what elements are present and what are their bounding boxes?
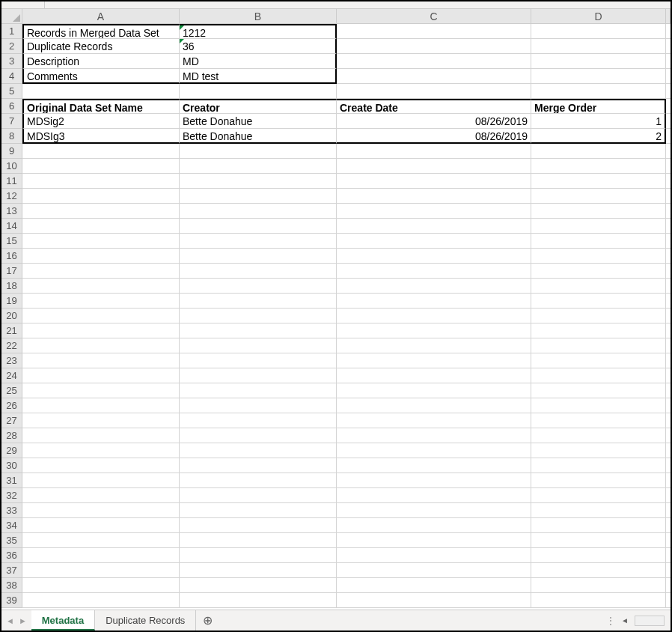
cell[interactable] <box>180 413 337 428</box>
row-header[interactable]: 16 <box>1 249 22 264</box>
cell[interactable]: 1212 <box>180 24 337 39</box>
cell[interactable] <box>337 219 531 234</box>
cell[interactable] <box>337 174 531 189</box>
row-header[interactable]: 22 <box>1 338 22 353</box>
row-header[interactable]: 12 <box>1 189 22 204</box>
cell[interactable] <box>180 548 337 563</box>
cell[interactable]: Records in Merged Data Set <box>22 24 180 39</box>
cell[interactable] <box>666 84 671 99</box>
cell[interactable] <box>337 443 531 458</box>
add-sheet-button[interactable]: ⊕ <box>196 610 219 631</box>
cell[interactable] <box>531 69 666 84</box>
cell[interactable] <box>666 533 671 548</box>
cell[interactable] <box>666 383 671 398</box>
cell[interactable] <box>180 234 337 249</box>
cell[interactable] <box>666 503 671 518</box>
tab-duplicate-records[interactable]: Duplicate Records <box>95 610 196 631</box>
cell[interactable] <box>337 279 531 294</box>
cell[interactable] <box>666 264 671 279</box>
cell[interactable] <box>531 473 666 488</box>
col-header-A[interactable]: A <box>22 9 180 24</box>
cell[interactable] <box>337 578 531 593</box>
cell[interactable] <box>531 264 666 279</box>
cell[interactable] <box>666 473 671 488</box>
cell[interactable] <box>22 398 180 413</box>
cell[interactable] <box>337 458 531 473</box>
cell[interactable] <box>22 309 180 323</box>
cell[interactable] <box>337 204 531 219</box>
tab-prev-icon[interactable]: ► <box>19 616 27 625</box>
cell[interactable] <box>666 294 671 309</box>
row-header[interactable]: 20 <box>1 309 22 323</box>
cell[interactable] <box>180 533 337 548</box>
cell[interactable] <box>337 234 531 249</box>
col-header-D[interactable]: D <box>531 9 666 24</box>
cell[interactable] <box>531 309 666 323</box>
cell[interactable] <box>22 204 180 219</box>
name-box[interactable] <box>1 1 45 8</box>
cell[interactable] <box>531 39 666 54</box>
cell[interactable] <box>180 144 337 159</box>
cell[interactable] <box>531 458 666 473</box>
cell[interactable] <box>531 503 666 518</box>
cell[interactable] <box>22 473 180 488</box>
cell[interactable] <box>22 174 180 189</box>
cell[interactable]: MDSIg3 <box>22 129 180 144</box>
cell[interactable] <box>22 84 180 99</box>
cell[interactable]: Bette Donahue <box>180 129 337 144</box>
cell[interactable] <box>666 353 671 368</box>
cell[interactable] <box>180 518 337 533</box>
cell[interactable] <box>337 518 531 533</box>
cell[interactable] <box>666 39 671 54</box>
row-header[interactable]: 24 <box>1 368 22 383</box>
row-header[interactable]: 4 <box>1 69 22 84</box>
row-header[interactable]: 33 <box>1 503 22 518</box>
cell[interactable] <box>531 533 666 548</box>
cell[interactable] <box>337 593 531 608</box>
row-header[interactable]: 39 <box>1 593 22 608</box>
cell[interactable] <box>22 488 180 503</box>
cell[interactable]: 08/26/2019 <box>337 129 531 144</box>
row-header[interactable]: 15 <box>1 234 22 249</box>
row-header[interactable]: 37 <box>1 563 22 578</box>
cell[interactable] <box>531 294 666 309</box>
cell[interactable] <box>180 159 337 174</box>
cell[interactable] <box>666 159 671 174</box>
tab-metadata[interactable]: Metadata <box>31 610 95 631</box>
cell[interactable] <box>22 443 180 458</box>
cell[interactable] <box>180 578 337 593</box>
cell[interactable] <box>22 503 180 518</box>
cell[interactable] <box>666 398 671 413</box>
cell[interactable] <box>531 189 666 204</box>
cell[interactable] <box>666 413 671 428</box>
cell[interactable] <box>22 338 180 353</box>
cell[interactable] <box>531 593 666 608</box>
cell[interactable] <box>22 219 180 234</box>
cell[interactable] <box>22 234 180 249</box>
cell[interactable] <box>337 533 531 548</box>
cell[interactable] <box>531 204 666 219</box>
cell[interactable] <box>180 488 337 503</box>
cell[interactable] <box>180 189 337 204</box>
cell[interactable] <box>180 473 337 488</box>
col-header-C[interactable]: C <box>337 9 531 24</box>
cell[interactable] <box>337 428 531 443</box>
cell[interactable]: Comments <box>22 69 180 84</box>
cell[interactable] <box>22 353 180 368</box>
cell[interactable] <box>666 174 671 189</box>
cell[interactable] <box>337 24 531 39</box>
cell[interactable] <box>22 383 180 398</box>
row-header[interactable]: 36 <box>1 548 22 563</box>
cell[interactable] <box>531 84 666 99</box>
cell[interactable] <box>180 294 337 309</box>
cell[interactable]: 1 <box>531 114 666 129</box>
cell[interactable] <box>180 174 337 189</box>
cell[interactable] <box>180 593 337 608</box>
cell[interactable] <box>531 353 666 368</box>
row-header[interactable]: 27 <box>1 413 22 428</box>
row-header[interactable]: 9 <box>1 144 22 159</box>
cell[interactable] <box>666 69 671 84</box>
hscroll-left-button[interactable]: ◄ <box>620 616 630 625</box>
row-header[interactable]: 11 <box>1 174 22 189</box>
row-header[interactable]: 7 <box>1 114 22 129</box>
